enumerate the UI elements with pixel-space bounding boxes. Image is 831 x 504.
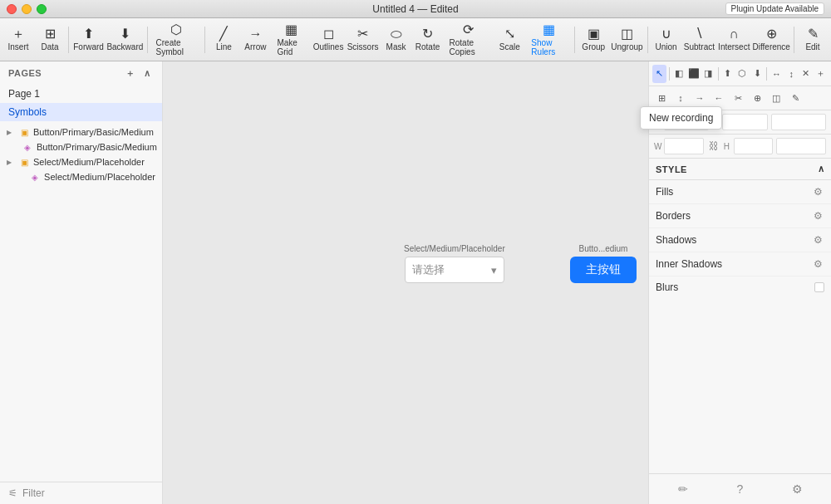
style-shadows-row[interactable]: Shadows ⚙ — [649, 228, 831, 252]
sidebar-item-page-1[interactable]: Page 1 — [0, 85, 162, 103]
panel-distribute-h[interactable]: ↔ — [770, 65, 784, 83]
link-proportions-button[interactable]: ⛓ — [707, 139, 720, 153]
show-rulers-icon: ▦ — [543, 23, 555, 37]
traffic-lights[interactable] — [7, 4, 47, 14]
forward-icon: ⬆ — [83, 27, 94, 41]
borders-settings-icon[interactable]: ⚙ — [811, 209, 824, 223]
primary-button-text: 主按钮 — [586, 262, 621, 277]
fills-settings-icon[interactable]: ⚙ — [811, 185, 824, 198]
toolbar-ungroup[interactable]: ◫ Ungroup — [610, 22, 643, 58]
toolbar-line-label: Line — [216, 42, 232, 51]
plugin-update-badge[interactable]: Plugin Update Available — [725, 2, 824, 15]
shadows-label: Shadows — [656, 234, 696, 246]
panel-transform-3[interactable]: → — [691, 89, 709, 107]
toolbar-scissors[interactable]: ✂ Scissors — [347, 22, 380, 58]
toolbar-insert[interactable]: ＋ Insert — [3, 22, 33, 58]
layer-button-primary-group[interactable]: ▶ ▣ Button/Primary/Basic/Medium — [0, 125, 162, 139]
select-dropdown[interactable]: 请选择 ▾ — [405, 257, 504, 283]
blurs-checkbox[interactable] — [814, 282, 824, 292]
toolbar-outlines-label: Outlines — [313, 42, 344, 51]
add-page-button[interactable]: ＋ — [124, 66, 137, 80]
dropdown-arrow-icon: ▾ — [491, 264, 497, 276]
rotation-input[interactable] — [776, 138, 826, 154]
style-blurs-row[interactable]: Blurs — [649, 276, 831, 298]
panel-align-middle[interactable]: ⬡ — [735, 65, 750, 83]
toolbar-edit[interactable]: ✎ Edit — [798, 22, 828, 58]
difference-icon: ⊕ — [766, 27, 777, 41]
panel-add[interactable]: ＋ — [814, 65, 828, 83]
toolbar-make-grid[interactable]: ▦ Make Grid — [272, 22, 310, 58]
toolbar-create-symbol[interactable]: ⬡ Create Symbol — [151, 22, 202, 58]
pen-tool-button[interactable]: ✏ — [673, 479, 693, 499]
layer-select-group[interactable]: ▶ ▣ Select/Medium/Placeholder — [0, 154, 162, 169]
y-input[interactable] — [722, 114, 767, 130]
toolbar-forward[interactable]: ⬆ Forward — [72, 22, 105, 58]
panel-transform-6[interactable]: ⊕ — [748, 89, 766, 107]
inner-shadows-settings-icon[interactable]: ⚙ — [811, 257, 824, 271]
toolbar-difference[interactable]: ⊕ Difference — [752, 22, 790, 58]
primary-button[interactable]: 主按钮 — [570, 257, 637, 283]
toolbar-subtract[interactable]: ∖ Subtract — [683, 22, 716, 58]
toolbar-rotate[interactable]: ↻ Rotate — [413, 22, 443, 58]
shadows-settings-icon[interactable]: ⚙ — [811, 233, 824, 247]
toolbar-data[interactable]: ⊞ Data — [35, 22, 65, 58]
panel-select-tool[interactable]: ↖ — [652, 65, 666, 83]
toolbar-scale-label: Scale — [499, 42, 520, 51]
toolbar-show-rulers[interactable]: ▦ Show Rulers — [526, 22, 571, 58]
extra-input[interactable] — [771, 114, 826, 130]
sidebar-item-symbols[interactable]: Symbols — [0, 103, 162, 121]
canvas[interactable]: Select/Medium/Placeholder 请选择 ▾ Butto...… — [163, 61, 648, 504]
maximize-button[interactable] — [37, 4, 47, 14]
toolbar-line[interactable]: ╱ Line — [209, 22, 238, 58]
panel-align-top[interactable]: ⬆ — [720, 65, 735, 83]
backward-icon: ⬇ — [120, 27, 130, 41]
close-button[interactable] — [7, 4, 17, 14]
settings-button[interactable]: ⚙ — [788, 479, 808, 499]
panel-align-left[interactable]: ◧ — [671, 65, 686, 83]
panel-align-center-h[interactable]: ⬛ — [686, 65, 701, 83]
panel-align-bottom[interactable]: ⬇ — [750, 65, 765, 83]
panel-transform-4[interactable]: ← — [710, 89, 728, 107]
page-1-label: Page 1 — [8, 88, 40, 100]
toolbar-outlines[interactable]: ◻ Outlines — [312, 22, 345, 58]
data-icon: ⊞ — [45, 27, 56, 41]
panel-align-right[interactable]: ◨ — [701, 65, 715, 83]
toolbar-mask[interactable]: ⬭ Mask — [381, 22, 411, 58]
toolbar-rotate-label: Rotate — [416, 42, 440, 51]
toolbar-arrow[interactable]: → Arrow — [240, 22, 270, 58]
toolbar-intersect[interactable]: ∩ Intersect — [717, 22, 750, 58]
layers-section: ▶ ▣ Button/Primary/Basic/Medium ◈ Button… — [0, 125, 162, 184]
toolbar-rotate-copies[interactable]: ⟳ Rotate Copies — [445, 22, 494, 58]
panel-transform-1[interactable]: ⊞ — [652, 89, 671, 107]
panel-transform-5[interactable]: ✂ — [729, 89, 747, 107]
h-input[interactable] — [734, 138, 774, 154]
toolbar-sep-5 — [647, 27, 648, 53]
layer-button-primary-symbol[interactable]: ◈ Button/Primary/Basic/Medium — [0, 139, 162, 154]
intersect-icon: ∩ — [730, 27, 740, 41]
style-inner-shadows-row[interactable]: Inner Shadows ⚙ — [649, 252, 831, 276]
panel-distribute-v[interactable]: ↕ — [784, 65, 799, 83]
sidebar-filter[interactable]: ⚟ Filter — [0, 482, 162, 504]
panel-delete[interactable]: ✕ — [799, 65, 814, 83]
panel-transform-8[interactable]: ✎ — [786, 89, 804, 107]
style-fills-row[interactable]: Fills ⚙ — [649, 180, 831, 204]
collapse-pages-button[interactable]: ∧ — [140, 66, 154, 80]
scale-icon: ⤡ — [504, 27, 515, 41]
toolbar-group[interactable]: ▣ Group — [578, 22, 608, 58]
w-input[interactable] — [664, 138, 704, 154]
panel-transform-7[interactable]: ◫ — [767, 89, 785, 107]
toolbar-scissors-label: Scissors — [347, 42, 379, 51]
layer-select-symbol[interactable]: ◈ Select/Medium/Placeholder — [0, 169, 162, 184]
style-collapse-icon[interactable]: ∧ — [818, 164, 825, 174]
help-button[interactable]: ? — [730, 479, 750, 499]
recording-popup[interactable]: New recording — [640, 106, 722, 130]
panel-transform-2[interactable]: ↕ — [671, 89, 690, 107]
toolbar-union[interactable]: ∪ Union — [652, 22, 681, 58]
style-header-label: STYLE — [656, 164, 687, 174]
line-icon: ╱ — [219, 27, 228, 41]
toolbar-scale[interactable]: ⤡ Scale — [494, 22, 524, 58]
style-borders-row[interactable]: Borders ⚙ — [649, 204, 831, 228]
toolbar-backward[interactable]: ⬇ Backward — [106, 22, 143, 58]
select-component: Select/Medium/Placeholder 请选择 ▾ — [404, 244, 505, 283]
minimize-button[interactable] — [22, 4, 32, 14]
